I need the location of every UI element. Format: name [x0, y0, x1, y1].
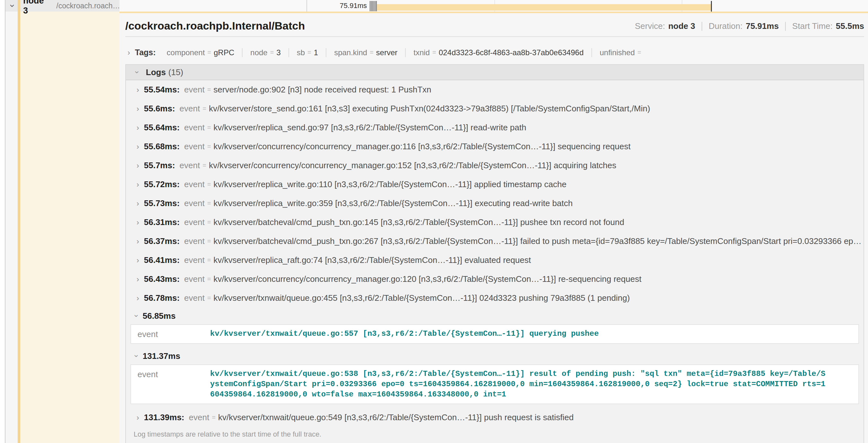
chevron-down-icon[interactable]: › [133, 352, 141, 360]
log-value: kv/kvserver/store_send.go:161 [n3,s3] ex… [209, 104, 650, 114]
meta-divider [785, 22, 786, 31]
log-timestamp: 55.7ms: [144, 161, 175, 170]
tags-row[interactable]: › Tags: component = gRPC node = 3 [125, 48, 864, 57]
log-row[interactable]: › 55.54ms: event = server/node.go:902 [n… [126, 80, 864, 99]
chevron-right-icon[interactable]: › [134, 181, 141, 189]
chevron-right-icon[interactable]: › [134, 257, 141, 264]
chevron-right-icon[interactable]: › [134, 200, 141, 207]
logs-title: Logs [146, 67, 166, 77]
tags-label: Tags: [135, 48, 156, 57]
duration-value: 75.91ms [746, 21, 779, 31]
log-value: kv/kvserver/replica_send.go:97 [n3,s3,r6… [214, 123, 527, 133]
log-detail-box: event kv/kvserver/txnwait/queue.go:538 [… [130, 364, 859, 404]
span-detail-left-gutter [20, 11, 120, 443]
tag-key: component [167, 48, 205, 57]
log-value: kv/kvserver/concurrency/concurrency_mana… [214, 142, 630, 151]
chevron-right-icon[interactable]: › [134, 294, 141, 302]
log-entry: event = kv/kvserver/txnwait/queue.go:549… [189, 412, 574, 422]
log-row[interactable]: › 56.31ms: event = kv/kvserver/batcheval… [126, 213, 864, 232]
span-duration-bar[interactable] [376, 4, 712, 10]
log-row[interactable]: › 55.68ms: event = kv/kvserver/concurren… [126, 137, 864, 156]
log-entry: event = kv/kvserver/store_send.go:161 [n… [180, 104, 650, 114]
chevron-right-icon[interactable]: › [134, 105, 141, 113]
log-row[interactable]: › 131.39ms: event = kv/kvserver/txnwait/… [126, 408, 864, 427]
chevron-right-icon[interactable]: › [134, 124, 141, 132]
logs-section: › Logs (15) › 55.54ms: event = server/ [125, 64, 864, 443]
log-entry: event = kv/kvserver/concurrency/concurre… [180, 161, 617, 170]
log-value: kv/kvserver/txnwait/queue.go:538 [n3,s3,… [210, 369, 829, 400]
log-expanded-header[interactable]: › 56.85ms [126, 308, 864, 324]
log-expanded-entry: › 56.85ms event kv/kvserver/txnwait/queu… [126, 308, 864, 344]
chevron-right-icon[interactable]: › [134, 162, 141, 170]
log-key: event [180, 104, 200, 114]
chevron-right-icon[interactable]: › [134, 414, 141, 421]
equals-sign: = [207, 275, 211, 283]
log-row[interactable]: › 56.41ms: event = kv/kvserver/replica_r… [126, 251, 864, 270]
log-timestamp: 55.72ms: [144, 179, 180, 190]
equals-sign: = [207, 200, 211, 207]
log-key: event [180, 161, 200, 170]
log-timestamp: 55.73ms: [144, 198, 180, 208]
logs-count: (15) [168, 67, 183, 77]
duration-label: Duration: [709, 21, 743, 31]
chevron-right-icon[interactable]: › [134, 218, 141, 226]
log-row[interactable]: › 56.37ms: event = kv/kvserver/batcheval… [126, 232, 864, 251]
log-row[interactable]: › 55.72ms: event = kv/kvserver/replica_w… [126, 175, 864, 194]
chevron-down-icon[interactable]: › [8, 2, 17, 9]
log-row[interactable]: › 56.43ms: event = kv/kvserver/concurren… [126, 270, 864, 288]
start-time-value: 55.5ms [836, 21, 864, 31]
log-row[interactable]: › 55.6ms: event = kv/kvserver/store_send… [126, 99, 864, 118]
log-timestamp: 131.39ms: [144, 412, 184, 422]
log-entry: event = kv/kvserver/replica_send.go:97 [… [184, 123, 526, 133]
log-value: server/node.go:902 [n3] node received re… [214, 85, 431, 95]
equals-sign: = [370, 49, 374, 56]
chevron-right-icon[interactable]: › [125, 49, 132, 57]
left-rail [0, 0, 5, 443]
logs-footer-note: Log timestamps are relative to the start… [126, 427, 864, 443]
timeline-column-divider[interactable] [307, 0, 307, 11]
log-value: kv/kvserver/txnwait/queue.go:549 [n3,s3,… [218, 412, 574, 422]
equals-sign: = [207, 86, 211, 94]
equals-sign: = [270, 49, 274, 56]
chevron-down-icon[interactable]: › [133, 312, 141, 319]
span-operation-name: /cockroach.roach… [56, 2, 120, 10]
equals-sign: = [207, 143, 211, 150]
log-key: event [184, 217, 205, 227]
chevron-right-icon[interactable]: › [134, 86, 141, 94]
equals-sign: = [203, 105, 206, 112]
log-value: kv/kvserver/txnwait/queue.go:557 [n3,s3,… [210, 329, 599, 339]
chevron-right-icon[interactable]: › [134, 238, 141, 245]
equals-sign: = [207, 124, 211, 131]
log-value: kv/kvserver/replica_write.go:110 [n3,s3,… [214, 179, 567, 190]
equals-sign: = [207, 218, 211, 226]
log-row[interactable]: › 55.7ms: event = kv/kvserver/concurrenc… [126, 156, 864, 175]
tag-key: span.kind [334, 48, 367, 57]
span-color-stripe [18, 0, 20, 443]
log-expanded-header[interactable]: › 131.37ms [126, 348, 864, 364]
log-value: kv/kvserver/replica_write.go:359 [n3,s3,… [214, 198, 573, 208]
chevron-right-icon[interactable]: › [134, 143, 141, 150]
tag-value: gRPC [214, 48, 234, 57]
chevron-right-icon[interactable]: › [134, 275, 141, 283]
log-entry: event = kv/kvserver/batcheval/cmd_push_t… [184, 236, 862, 246]
tag-list: component = gRPC node = 3 sb = 1 [159, 48, 651, 57]
span-meta: Service: node 3 Duration: 75.91ms Start … [635, 21, 864, 32]
span-name-cell[interactable]: › node 3 /cockroach.roach… [5, 0, 120, 11]
span-end-marker [711, 1, 712, 12]
trace-span-detail-page: › node 3 /cockroach.roach… 75.91ms /cock… [0, 0, 868, 443]
log-row[interactable]: › 55.73ms: event = kv/kvserver/replica_w… [126, 194, 864, 213]
chevron-down-icon[interactable]: › [133, 69, 141, 76]
tag-item: node = 3 [242, 48, 288, 57]
logs-header[interactable]: › Logs (15) [126, 65, 864, 80]
start-time-label: Start Time: [792, 21, 833, 31]
log-key: event [184, 85, 205, 95]
log-timestamp: 56.43ms: [144, 274, 180, 284]
span-title: /cockroach.roachpb.Internal/Batch [125, 20, 305, 32]
log-value: kv/kvserver/batcheval/cmd_push_txn.go:26… [214, 236, 862, 246]
log-row[interactable]: › 55.64ms: event = kv/kvserver/replica_s… [126, 118, 864, 137]
equals-sign: = [207, 294, 211, 302]
span-detail-panel: /cockroach.roachpb.Internal/Batch Servic… [120, 11, 868, 443]
equals-sign: = [208, 49, 211, 56]
log-row[interactable]: › 56.78ms: event = kv/kvserver/txnwait/q… [126, 288, 864, 308]
span-timeline-row: › node 3 /cockroach.roach… 75.91ms [0, 0, 868, 11]
